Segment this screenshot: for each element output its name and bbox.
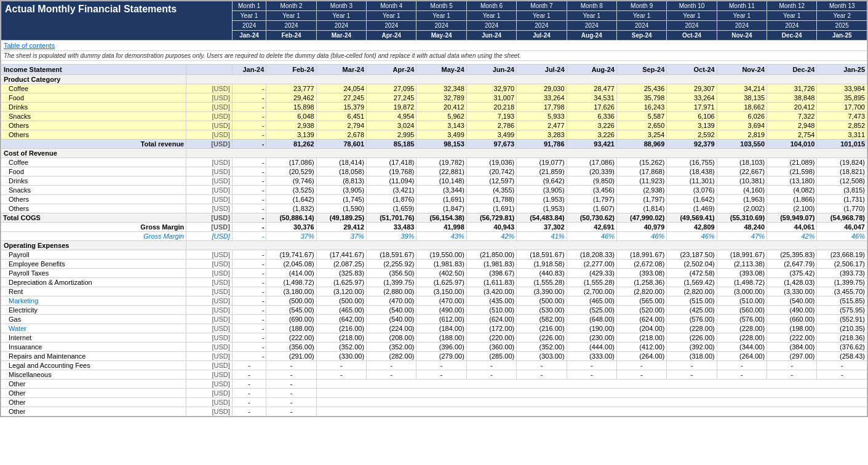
gmp-v5: 42%	[466, 232, 516, 241]
tc-v7: (50,730.62)	[567, 213, 616, 223]
cof-coffee-v6: (19,077)	[517, 158, 567, 167]
financial-table: Actual Monthly Financial Statements Mont…	[1, 1, 867, 416]
other1-row: Other [USD] - -	[1, 380, 867, 389]
rent-v8: (2,820.00)	[616, 287, 666, 296]
cof-others2-v3: (1,659)	[367, 204, 416, 213]
coffee-v3: 27,095	[367, 84, 416, 93]
rent-v11: (3,330.00)	[767, 287, 817, 296]
rent-v1: (3,180.00)	[266, 287, 316, 296]
tc-v2: (49,189.25)	[316, 213, 366, 223]
ins-v10: (344.00)	[717, 343, 766, 352]
pt-v10: (393.08)	[717, 269, 766, 278]
is-period-11: Nov-24	[717, 65, 766, 75]
rep-v3: (282.00)	[367, 352, 416, 361]
cof-drinks-v5: (12,597)	[466, 177, 516, 186]
dep-v11: (1,428.03)	[767, 278, 817, 287]
gmp-v11: 42%	[767, 232, 817, 241]
month-10-header: Month 10	[667, 1, 717, 11]
ins-v7: (444.00)	[567, 343, 616, 352]
cof-others2-v11: (2,100)	[767, 204, 817, 213]
gross-margin-pct-label: Gross Margin	[1, 232, 186, 241]
snacks-v9: 6,106	[667, 112, 717, 121]
cof-others2-v6: (1,953)	[517, 204, 567, 213]
gm-v2: 29,412	[316, 223, 366, 232]
period-13: Jan-25	[817, 31, 867, 41]
water-v6: (216.00)	[517, 324, 567, 333]
cof-coffee-label: Coffee	[1, 158, 186, 167]
gas-v4: (612.00)	[416, 315, 466, 324]
year-4: 2024	[367, 21, 416, 31]
snacks-v8: 5,587	[616, 112, 666, 121]
others2-v10: 2,819	[717, 130, 766, 140]
food-v12: 35,895	[817, 93, 867, 103]
period-5: May-24	[416, 31, 466, 41]
rep-v7: (333.00)	[567, 352, 616, 361]
gmp-v4: 43%	[416, 232, 466, 241]
others1-v8: 2,650	[616, 121, 666, 130]
cof-others2-v10: (2,002)	[717, 204, 766, 213]
month-13-header: Month 13	[817, 1, 867, 11]
oth1-v0: -	[232, 380, 266, 389]
cof-others2-v1: (1,832)	[266, 204, 316, 213]
food-v6: 33,264	[517, 93, 567, 103]
payroll-row: Payroll [USD] - (19,741.67) (17,441.67) …	[1, 250, 867, 260]
year-label-7: Year 1	[517, 11, 567, 21]
pt-unit: [USD]	[186, 269, 233, 278]
elec-unit: [USD]	[186, 306, 233, 315]
other3-row: Other [USD] - -	[1, 398, 867, 407]
cof-others2-unit: [USD]	[186, 204, 233, 213]
snacks-v7: 6,336	[567, 112, 616, 121]
misc-v8: -	[616, 370, 666, 380]
year-9: 2024	[616, 21, 666, 31]
legal-v0: -	[232, 361, 266, 370]
legal-v5: -	[466, 361, 516, 370]
tc-v9: (49,569.41)	[667, 213, 717, 223]
rent-v12: (3,455.70)	[817, 287, 867, 296]
cost-of-revenue-label: Cost of Revenue	[1, 149, 186, 158]
miscellaneous-row: Miscellaneous [USD] - - - - - - - - - - …	[1, 370, 867, 380]
is-period-4: Apr-24	[367, 65, 416, 75]
eb-v9: (2,502.04)	[667, 260, 717, 269]
cof-coffee-v7: (17,086)	[567, 158, 616, 167]
spreadsheet-container: Actual Monthly Financial Statements Mont…	[0, 0, 868, 417]
coffee-v11: 31,726	[767, 84, 817, 93]
rent-v10: (3,000.00)	[717, 287, 766, 296]
cof-snacks-v3: (3,421)	[367, 186, 416, 195]
year-label-10: Year 1	[667, 11, 717, 21]
cof-others1-v2: (1,745)	[316, 195, 366, 204]
cof-others2-v2: (1,590)	[316, 204, 366, 213]
legal-v9: -	[667, 361, 717, 370]
period-3: Mar-24	[316, 31, 366, 41]
period-8: Aug-24	[567, 31, 616, 41]
tr-v4: 98,153	[416, 140, 466, 149]
coffee-v12: 33,984	[817, 84, 867, 93]
cof-food-row: Food [USD] - (20,529) (18,058) (19,768) …	[1, 167, 867, 177]
toc-link[interactable]: Table of contents	[4, 42, 55, 49]
misc-v1: -	[266, 370, 316, 380]
period-10: Oct-24	[667, 31, 717, 41]
toc-row: Table of contents	[1, 41, 867, 51]
tc-v3: (51,701.76)	[367, 213, 416, 223]
others1-row: Others [USD] - 2,938 2,794 3,024 3,143 2…	[1, 121, 867, 130]
rent-v6: (3,390.00)	[517, 287, 567, 296]
dep-v9: (1,569.42)	[667, 278, 717, 287]
py-v12: (23,668.19)	[817, 250, 867, 260]
drinks-v12: 17,700	[817, 103, 867, 112]
gross-margin-pct-row: Gross Margin [USD] - 37% 37% 39% 43% 42%…	[1, 232, 867, 241]
mkt-v12: (515.85)	[817, 296, 867, 306]
year-label-5: Year 1	[416, 11, 466, 21]
snacks-v1: 6,048	[266, 112, 316, 121]
rent-v9: (2,820.00)	[667, 287, 717, 296]
others2-v6: 3,283	[517, 130, 567, 140]
year-6: 2024	[466, 21, 516, 31]
cof-others1-v11: (1,866)	[767, 195, 817, 204]
rep-v1: (291.00)	[266, 352, 316, 361]
pt-v3: (356.50)	[367, 269, 416, 278]
others1-v5: 2,786	[466, 121, 516, 130]
drinks-v10: 18,662	[717, 103, 766, 112]
coffee-v6: 29,030	[517, 84, 567, 93]
legal-v2: -	[316, 361, 366, 370]
ins-v3: (352.00)	[367, 343, 416, 352]
eb-unit: [USD]	[186, 260, 233, 269]
miscellaneous-label: Miscellaneous	[1, 370, 186, 380]
